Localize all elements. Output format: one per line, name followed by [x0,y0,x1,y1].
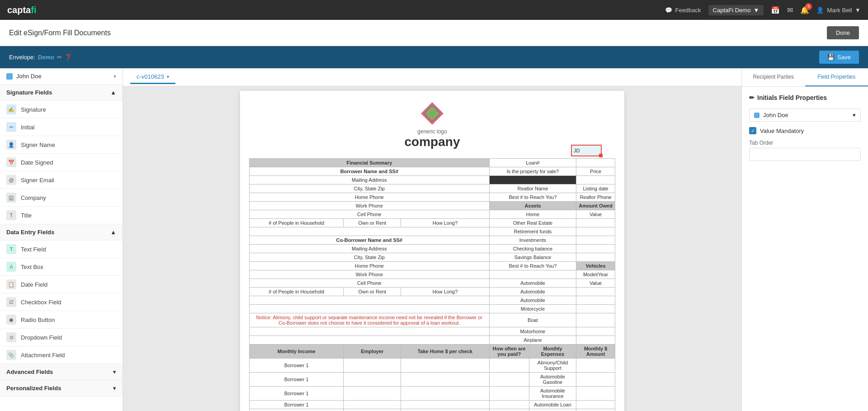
envelope-info: Envelope: Demo ✏ ❓ [9,54,72,61]
pencil-icon: ✏ [749,94,755,101]
table-cell: Model/Year [576,270,615,279]
table-cell: Boat [489,313,576,327]
checkbox-field-label: Checkbox Field [21,299,61,306]
field-item-company[interactable]: 🏢 Company [0,189,123,207]
tab-order-input[interactable] [749,148,861,161]
field-item-date-signed[interactable]: 📅 Date Signed [0,154,123,171]
table-cell: Work Phone [250,270,490,279]
calendar-icon[interactable]: 📅 [771,6,780,14]
done-button[interactable]: Done [827,26,859,39]
initials-field-overlay[interactable]: JD [571,145,602,156]
feedback-icon: 💬 [665,7,672,14]
recipient-dropdown[interactable]: John Doe ▾ [749,109,861,122]
initial-field-label: Initial [21,124,34,131]
initials-resize-handle[interactable] [599,154,603,157]
canvas-area: c-v010623 ▾ [123,68,741,411]
main-layout: John Doe ▾ Signature Fields ▲ ✍ Signatur… [0,68,868,411]
data-entry-fields-header[interactable]: Data Entry Fields ▲ [0,224,123,241]
table-cell [576,387,615,401]
doc-tab[interactable]: c-v010623 ▾ [130,71,175,84]
tab-recipient-parties[interactable]: Recipient Parties [742,68,805,86]
org-selector[interactable]: CaptaFi Demo ▼ [708,5,764,15]
org-dropdown-icon: ▼ [753,7,759,14]
table-cell: Employer [344,345,401,359]
table-cell [344,373,401,387]
signature-fields-header[interactable]: Signature Fields ▲ [0,85,123,101]
field-item-signature[interactable]: ✍ Signature [0,101,123,118]
value-mandatory-row[interactable]: Value Mandatory [749,127,861,134]
field-item-date-field[interactable]: 📋 Date Field [0,276,123,293]
table-cell [344,409,401,411]
recipient-selector[interactable]: John Doe ▾ [0,68,123,85]
field-item-text-box[interactable]: A Text Box [0,258,123,276]
recipient-parties-tab-label: Recipient Parties [753,74,794,80]
table-cell: Monthly Expenses [529,345,576,359]
page-title: Edit eSign/Form Fill Documents [9,29,111,37]
recipient-dropdown-chevron-icon: ▾ [853,112,856,118]
table-cell [250,336,490,345]
table-cell: Borrower Name and SS# [250,167,490,176]
advanced-fields-header[interactable]: Advanced Fields ▾ [0,364,123,380]
field-item-radio-button[interactable]: ◉ Radio Button [0,311,123,329]
notification-count: 5 [805,3,812,10]
personalized-fields-expand-icon: ▾ [113,385,116,392]
help-icon[interactable]: ❓ [65,54,72,61]
field-item-signer-email[interactable]: @ Signer Email [0,171,123,189]
personalized-fields-title: Personalized Fields [6,385,61,392]
table-cell: Automobile [489,288,576,296]
field-item-text-field[interactable]: T Text Field [0,241,123,258]
field-item-title[interactable]: T Title [0,207,123,224]
table-cell: How Long? [401,219,489,227]
signer-name-field-icon: 👤 [6,140,16,150]
table-cell: Home Phone [250,262,490,270]
table-cell: Automobile Gasoline [529,373,576,387]
field-item-initial[interactable]: ✏ Initial [0,118,123,136]
mail-icon[interactable]: ✉ [787,6,793,14]
table-cell [250,296,490,305]
table-cell: # of People in Household [250,288,344,296]
attachment-field-label: Attachment Field [21,352,65,359]
canvas-scroll[interactable]: generic logo company JD [123,86,741,411]
save-button[interactable]: 💾 Save [819,51,859,64]
doc-header: generic logo company JD [249,100,615,149]
table-cell: Borrower 1 [250,387,344,401]
table-cell: City, State Zip [250,253,490,262]
field-item-dropdown-field[interactable]: ⊙ Dropdown Field [0,329,123,346]
doc-tab-dropdown-icon: ▾ [167,74,169,79]
table-cell [401,359,489,373]
date-signed-field-label: Date Signed [21,159,53,166]
table-cell: Retirement funds [489,227,576,236]
table-cell [576,373,615,387]
tab-field-properties[interactable]: Field Properties [805,68,868,86]
table-cell [576,401,615,409]
initials-field-text: JD [572,148,580,153]
table-cell: Home [489,210,576,219]
feedback-button[interactable]: 💬 Feedback [665,7,701,14]
field-item-checkbox-field[interactable]: ☑ Checkbox Field [0,293,123,311]
section-title-label: Initials Field Properties [757,94,827,101]
envelope-name: Demo [38,54,54,61]
table-cell [576,176,615,184]
feedback-label: Feedback [675,7,701,14]
table-cell: Motorhome [489,327,576,336]
field-item-attachment-field[interactable]: 📎 Attachment Field [0,346,123,364]
title-field-icon: T [6,210,16,220]
edit-icon[interactable]: ✏ [57,54,62,61]
table-cell [344,387,401,401]
value-mandatory-checkbox[interactable] [749,127,756,134]
table-cell [576,313,615,327]
data-entry-fields-title: Data Entry Fields [6,229,54,236]
table-cell [250,327,490,336]
table-cell: Amount Owed [576,202,615,210]
field-item-signer-name[interactable]: 👤 Signer Name [0,136,123,154]
table-cell: How often are you paid? [489,345,529,359]
recipient-dropdown-value: John Doe [754,112,788,118]
table-cell: Realtor Name [489,184,576,193]
advanced-fields-expand-icon: ▾ [113,368,116,375]
personalized-fields-header[interactable]: Personalized Fields ▾ [0,380,123,397]
user-menu-button[interactable]: 👤 Mark Bell ▼ [816,7,861,14]
notification-bell[interactable]: 🔔 5 [800,6,809,14]
recipient-color-dot [6,73,13,80]
table-cell [576,327,615,336]
page-header: Edit eSign/Form Fill Documents Done [0,20,868,46]
